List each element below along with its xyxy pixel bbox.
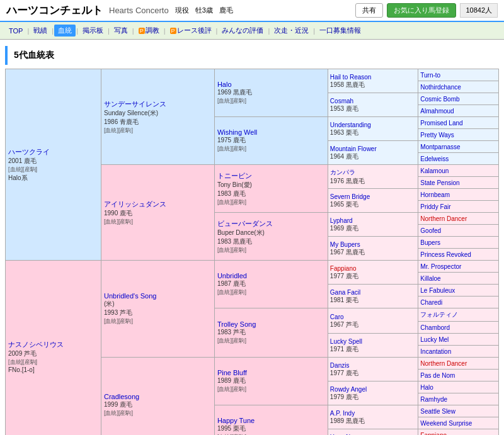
horse-link[interactable]: トニービン (217, 172, 252, 179)
horse-link[interactable]: ハーツクライ (8, 148, 50, 155)
horse-link[interactable]: Incantation (420, 348, 451, 355)
horse-link[interactable]: Chambord (420, 324, 450, 331)
pedigree-table: ハーツクライ 2001 鹿毛 [血統][産駒] Halo系 サンデーサイレンス … (5, 69, 499, 435)
gen4-kampala: カンパラ 1976 黒鹿毛 (328, 165, 418, 189)
gen5-hornbeam: Hornbeam (418, 189, 499, 201)
gen4-my-bupers: My Bupers 1967 黒鹿毛 (328, 237, 418, 261)
horse-link[interactable]: Understanding (330, 121, 371, 128)
horse-link[interactable]: アイリッシュダンス (104, 200, 166, 208)
nav-bloodline[interactable]: 血統 (54, 25, 76, 37)
horse-link[interactable]: Hail to Reason (330, 74, 372, 81)
horse-link[interactable]: フォルティノ (420, 311, 458, 318)
horse-link[interactable]: Pas de Nom (420, 372, 455, 379)
gen5-goofed: Goofed (418, 225, 499, 237)
horse-link[interactable]: Caro (330, 314, 344, 320)
horse-link[interactable]: Nothirdchance (420, 84, 461, 91)
horse-link[interactable]: Killaloe (420, 275, 440, 282)
horse-link[interactable]: Priddy Fair (420, 203, 450, 210)
header-coat: 鹿毛 (219, 6, 233, 15)
horse-link[interactable]: Fappiano (420, 432, 447, 435)
horse-link[interactable]: Gana Facil (330, 289, 360, 296)
horse-link[interactable]: Goofed (420, 227, 441, 234)
horse-link[interactable]: Cradlesong (104, 393, 139, 400)
gen5-lucky-mel: Lucky Mel (418, 334, 499, 346)
gen4-fappiano: Fappiano 1977 鹿毛 (328, 261, 418, 285)
gen5-pas-de-nom: Pas de Nom (418, 370, 499, 381)
nav-photos[interactable]: 写真 (110, 25, 132, 37)
horse-link[interactable]: Turn-to (420, 72, 440, 79)
gen2-cradlesong: Cradlesong 1999 鹿毛 [血統][産駒] (101, 358, 214, 436)
horse-link[interactable]: Cosmah (330, 98, 353, 105)
gen5-fappiano-2: Fappiano (418, 429, 499, 436)
horse-link[interactable]: Danzis (330, 362, 350, 369)
horse-link[interactable]: Bupers (420, 239, 440, 246)
horse-link[interactable]: Weekend Surprise (420, 420, 472, 427)
horse-link[interactable]: Lyphard (330, 217, 353, 224)
horse-link[interactable]: Le Fabuleux (420, 287, 455, 294)
horse-link[interactable]: Lucky Mel (420, 336, 449, 343)
horse-link[interactable]: Cosmic Bomb (420, 96, 459, 103)
nav-rating[interactable]: みんなの評価 (218, 25, 267, 37)
gen5-princess-revoked: Princess Revoked (418, 249, 499, 261)
favorite-button[interactable]: お気に入り馬登録 (387, 3, 456, 18)
horse-link[interactable]: Rowdy Angel (330, 386, 367, 393)
horse-link[interactable]: Northern Dancer (420, 360, 467, 367)
gen1-bottom: ナスノシベリウス 2009 芦毛 [血統][産駒] FNo.[1-o] (6, 261, 101, 436)
horse-link[interactable]: ビューパーダンス (217, 220, 273, 227)
horse-link[interactable]: Halo (217, 81, 232, 88)
horse-link[interactable]: Halo (420, 384, 433, 391)
horse-link[interactable]: Unbridled (217, 272, 247, 280)
horse-link[interactable]: Promised Land (420, 120, 462, 127)
horse-link[interactable]: Kalamoun (420, 167, 449, 174)
gen5-mr-prospector: Mr. Prospector (418, 261, 499, 273)
gen5-state-pension: State Pension (418, 177, 499, 189)
horse-link[interactable]: Hornbeam (420, 191, 450, 198)
horse-link[interactable]: My Bupers (330, 241, 360, 248)
horse-link[interactable]: Northern Dancer (420, 215, 467, 222)
horse-link[interactable]: カンパラ (330, 169, 355, 176)
horse-link[interactable]: State Pension (420, 179, 459, 186)
gen4-ap-indy: A.P. Indy 1989 黒鹿毛 (328, 405, 418, 429)
horse-link[interactable]: A.P. Indy (330, 410, 355, 417)
horse-link[interactable]: Mountain Flower (330, 145, 377, 152)
nav-entry[interactable]: 一口募集情報 (316, 25, 365, 37)
horse-link[interactable]: Ramhyde (420, 396, 447, 403)
horse-link[interactable]: Mr. Prospector (420, 263, 461, 270)
horse-link[interactable]: Fappiano (330, 265, 357, 272)
horse-link[interactable]: Edelweiss (420, 155, 449, 162)
gen4-lyphard: Lyphard 1969 鹿毛 (328, 213, 418, 237)
horse-link[interactable]: サンデーサイレンス (104, 100, 166, 108)
nav-next-race[interactable]: 次走・近況 (270, 25, 312, 37)
gen5-kalamoun: Kalamoun (418, 165, 499, 177)
nav: TOP | 戦績 | 血統 | 掲示板 | 写真 | P調教 | Pレース後評 … (0, 22, 504, 40)
horse-link[interactable]: Wishing Well (217, 128, 257, 136)
nav-record[interactable]: 戦績 (30, 25, 51, 37)
nav-training[interactable]: P調教 (135, 25, 163, 37)
gen5-promised-land: Promised Land (418, 117, 499, 129)
gen4-rowdy-angel: Rowdy Angel 1979 鹿毛 (328, 381, 418, 405)
horse-link[interactable]: Princess Revoked (420, 251, 471, 258)
horse-link[interactable]: Montparnasse (420, 144, 460, 150)
horse-link[interactable]: Charedi (420, 299, 442, 306)
horse-link[interactable]: Seattle Slew (420, 408, 455, 415)
share-button[interactable]: 共有 (355, 3, 383, 18)
gen5-turn-to: Turn-to (418, 69, 499, 81)
horse-link[interactable]: Almahmoud (420, 108, 454, 115)
horse-link[interactable]: Pretty Ways (420, 132, 454, 138)
gen5-pretty-ways: Pretty Ways (418, 129, 499, 141)
horse-link[interactable]: Severn Bridge (330, 193, 370, 200)
horse-link[interactable]: Lucky Spell (330, 338, 362, 345)
gen4-hum-along: Hum Along 1989 黒鹿毛 (328, 429, 418, 436)
gen5-montparnasse: Montparnasse (418, 141, 499, 153)
nav-top[interactable]: TOP (5, 26, 26, 36)
horse-link[interactable]: Trolley Song (217, 320, 256, 328)
nav-race-review[interactable]: Pレース後評 (166, 25, 215, 37)
nav-board[interactable]: 掲示板 (79, 25, 107, 37)
horse-link[interactable]: Happy Tune (217, 417, 255, 424)
gen4-caro: Caro 1967 芦毛 (328, 308, 418, 334)
gen5-priddy-fair: Priddy Fair (418, 201, 499, 213)
horse-link[interactable]: ナスノシベリウス (8, 341, 64, 348)
gen5-charedi: Charedi (418, 297, 499, 308)
horse-link[interactable]: Unbridled's Song (104, 292, 156, 300)
horse-link[interactable]: Pine Bluff (217, 369, 247, 376)
